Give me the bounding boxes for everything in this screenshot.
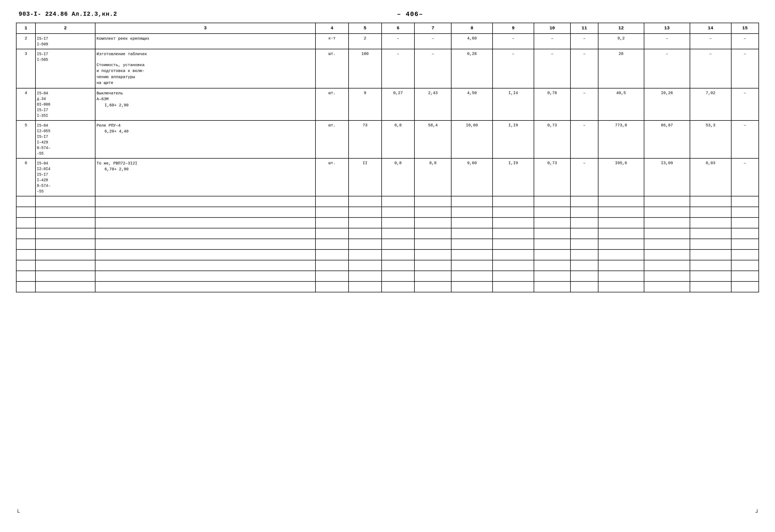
empty-row bbox=[16, 249, 759, 260]
row-col6: – bbox=[381, 34, 415, 49]
row-col8: 4,60 bbox=[451, 34, 493, 49]
col-header-9: 9 bbox=[493, 23, 534, 34]
row-col10: 0,73 bbox=[534, 158, 571, 196]
row-col9: I,I9 bbox=[493, 120, 534, 158]
row-num: 5 bbox=[16, 120, 35, 158]
row-codes: I5–04 д.34 ОI–006 I5–I7 I–35I bbox=[35, 88, 95, 120]
col-header-2: 2 bbox=[35, 23, 95, 34]
row-col10: 0,73 bbox=[534, 120, 571, 158]
empty-row bbox=[16, 217, 759, 228]
row-col8: 4,50 bbox=[451, 88, 493, 120]
row-col14: 53,3 bbox=[690, 120, 731, 158]
col-header-15: 15 bbox=[731, 23, 759, 34]
col-header-13: 13 bbox=[644, 23, 690, 34]
row-col6: – bbox=[381, 49, 415, 88]
row-unit: шт. bbox=[315, 88, 348, 120]
row-num: 2 bbox=[16, 34, 35, 49]
row-col5: 73 bbox=[348, 120, 381, 158]
col-header-6: 6 bbox=[381, 23, 415, 34]
row-codes: I5–I7 I–509 bbox=[35, 34, 95, 49]
row-col12: 773,8 bbox=[598, 120, 644, 158]
row-col8: 0,28 bbox=[451, 49, 493, 88]
row-unit: шт. bbox=[315, 120, 348, 158]
row-col5: 100 bbox=[348, 49, 381, 88]
row-col6: 0,27 bbox=[381, 88, 415, 120]
row-col7: – bbox=[415, 34, 451, 49]
main-table: 1 2 3 4 5 6 7 8 9 10 11 12 13 14 15 2 I5… bbox=[16, 23, 759, 292]
row-col12: 40,5 bbox=[598, 88, 644, 120]
col-header-1: 1 bbox=[16, 23, 35, 34]
col-header-11: 11 bbox=[571, 23, 598, 34]
row-col13: – bbox=[644, 49, 690, 88]
table-row: 6 I5–04 I2–0I4 I5–I7 I–428 8–574– –55 То… bbox=[16, 158, 759, 196]
col-header-14: 14 bbox=[690, 23, 731, 34]
col-header-4: 4 bbox=[315, 23, 348, 34]
row-col15: – bbox=[731, 120, 759, 158]
row-col8: I0,60 bbox=[451, 120, 493, 158]
row-desc: Изготовление табличек Стоимость, установ… bbox=[95, 49, 315, 88]
col-header-7: 7 bbox=[415, 23, 451, 34]
document-id: 903-I- 224.86 Ал.I2.3,кн.2 bbox=[19, 11, 117, 18]
col-header-12: 12 bbox=[598, 23, 644, 34]
empty-row bbox=[16, 207, 759, 217]
row-col11: – bbox=[571, 120, 598, 158]
row-col8: 9,60 bbox=[451, 158, 493, 196]
table-row: 3 I5–I7 I–505 Изготовление табличек Стои… bbox=[16, 49, 759, 88]
row-unit: шт. bbox=[315, 49, 348, 88]
row-col11: – bbox=[571, 158, 598, 196]
row-col12: I05,6 bbox=[598, 158, 644, 196]
row-col12: 9,2 bbox=[598, 34, 644, 49]
col-header-3: 3 bbox=[95, 23, 315, 34]
row-col5: 2 bbox=[348, 34, 381, 49]
col-header-8: 8 bbox=[451, 23, 493, 34]
row-col11: – bbox=[571, 88, 598, 120]
col-header-10: 10 bbox=[534, 23, 571, 34]
row-codes: I5–04 I2–055 I5–I7 I–429 8–574– –55 bbox=[35, 120, 95, 158]
empty-row bbox=[16, 260, 759, 271]
corner-br: ┘ bbox=[756, 509, 759, 516]
row-num: 4 bbox=[16, 88, 35, 120]
row-desc: Комплект реек крепящих bbox=[95, 34, 315, 49]
header-row: 1 2 3 4 5 6 7 8 9 10 11 12 13 14 15 bbox=[16, 23, 759, 34]
row-col13: I0,26 bbox=[644, 88, 690, 120]
row-col6: 0,8 bbox=[381, 120, 415, 158]
row-col13: I3,09 bbox=[644, 158, 690, 196]
row-col6: 0,8 bbox=[381, 158, 415, 196]
table-row: 5 I5–04 I2–055 I5–I7 I–429 8–574– –55 Ре… bbox=[16, 120, 759, 158]
row-codes: I5–04 I2–0I4 I5–I7 I–428 8–574– –55 bbox=[35, 158, 95, 196]
row-desc: ВыключательА–63М I,60+ 2,90 bbox=[95, 88, 315, 120]
row-col10: – bbox=[534, 34, 571, 49]
corner-tl: └ bbox=[16, 509, 19, 516]
row-col11: – bbox=[571, 34, 598, 49]
row-num: 3 bbox=[16, 49, 35, 88]
table-row: 4 I5–04 д.34 ОI–006 I5–I7 I–35I Выключат… bbox=[16, 88, 759, 120]
row-col15: – bbox=[731, 49, 759, 88]
row-col9: I,I4 bbox=[493, 88, 534, 120]
row-unit: шт. bbox=[315, 158, 348, 196]
row-col7: 58,4 bbox=[415, 120, 451, 158]
empty-row bbox=[16, 239, 759, 249]
row-col9: I,I9 bbox=[493, 158, 534, 196]
table-row: 2 I5–I7 I–509 Комплект реек крепящих к-т… bbox=[16, 34, 759, 49]
col-header-5: 5 bbox=[348, 23, 381, 34]
row-desc: То же, РВП72–3I2I 6,70+ 2,90 bbox=[95, 158, 315, 196]
row-col7: 2,43 bbox=[415, 88, 451, 120]
row-col10: 0,78 bbox=[534, 88, 571, 120]
row-col9: – bbox=[493, 34, 534, 49]
row-col7: 8,8 bbox=[415, 158, 451, 196]
row-codes: I5–I7 I–505 bbox=[35, 49, 95, 88]
empty-row bbox=[16, 228, 759, 239]
row-col5: 9 bbox=[348, 88, 381, 120]
page-header: 903-I- 224.86 Ал.I2.3,кн.2 – 406– bbox=[16, 11, 759, 18]
row-num: 6 bbox=[16, 158, 35, 196]
row-col15: – bbox=[731, 88, 759, 120]
row-col15: – bbox=[731, 34, 759, 49]
row-col14: 7,02 bbox=[690, 88, 731, 120]
row-unit: к-т bbox=[315, 34, 348, 49]
row-col14: – bbox=[690, 49, 731, 88]
row-col13: – bbox=[644, 34, 690, 49]
row-col7: – bbox=[415, 49, 451, 88]
empty-row bbox=[16, 281, 759, 292]
row-col5: II bbox=[348, 158, 381, 196]
row-col11: – bbox=[571, 49, 598, 88]
